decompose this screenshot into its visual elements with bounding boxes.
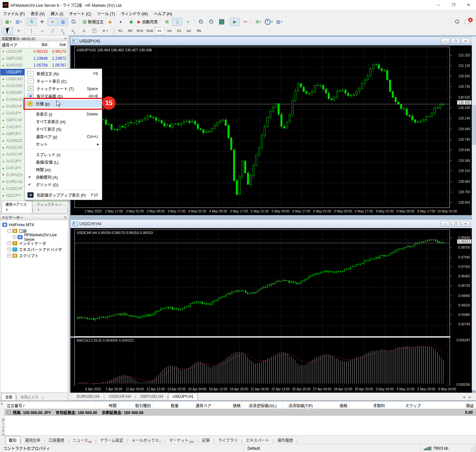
menu-挿[interactable]: 挿入 (I): [48, 10, 66, 17]
terminal-tab-3[interactable]: ニュース99: [69, 436, 95, 444]
terminal-column-3[interactable]: 数量: [153, 402, 181, 409]
menu-ヘ[interactable]: ヘルプ (H): [151, 10, 175, 17]
zoom-in-button[interactable]: +: [196, 18, 206, 26]
zoom-out-button[interactable]: −: [206, 18, 216, 26]
cursor-button[interactable]: [3, 27, 13, 35]
chart-shift-button[interactable]: ↦: [240, 18, 250, 26]
symbol-row-eurusd[interactable]: ▲EURUSD1.057541.05767: [0, 62, 68, 69]
statusbar-profile[interactable]: Default: [244, 444, 420, 452]
terminal-tab-0[interactable]: 取引: [5, 436, 20, 444]
terminal-tab-9[interactable]: エキスパート: [242, 436, 273, 444]
tile-windows-button[interactable]: [217, 18, 227, 26]
timeframe-m30[interactable]: M30: [145, 27, 154, 35]
time-axis[interactable]: 6 Apr 20227 Apr 20:0011 Apr 04:0012 Apr …: [71, 386, 472, 393]
menu-item-0[interactable]: +新規注文 (N)F9: [25, 70, 102, 77]
terminal-column-6[interactable]: 決済逆指値(S/L): [243, 402, 283, 409]
timeframe-h4[interactable]: H4: [165, 27, 174, 35]
crosshair-button[interactable]: ✛: [14, 27, 24, 35]
menu-item-1[interactable]: +チャート表示 (C): [25, 77, 102, 85]
shapes-button[interactable]: ✦▾: [100, 27, 110, 35]
terminal-close-icon[interactable]: ✕: [1, 402, 3, 405]
vertical-line-button[interactable]: │: [27, 27, 37, 35]
menu-ツ[interactable]: ツール (T): [94, 10, 118, 17]
expand-icon[interactable]: +: [8, 254, 11, 257]
market-watch-tab-1[interactable]: ティックチャート: [33, 201, 67, 213]
new-order-button[interactable]: ▤新規注文: [82, 18, 104, 26]
scroll-right-icon[interactable]: ►: [468, 396, 471, 399]
chart-close-button[interactable]: ✕: [461, 221, 470, 227]
indicators-button[interactable]: ⊞▾: [253, 18, 263, 26]
terminal-column-5[interactable]: 価格: [214, 402, 243, 409]
new-chart-button[interactable]: ▦▾: [3, 18, 13, 26]
menu-item-16[interactable]: ✔グリッド (G): [25, 181, 102, 188]
timeframe-m5[interactable]: M5: [126, 27, 135, 35]
terminal-tab-10[interactable]: 操作履歴: [274, 436, 297, 444]
terminal-column-1[interactable]: 時間: [96, 402, 119, 409]
chart-restore-button[interactable]: ❐: [451, 38, 460, 44]
workspace-vertical-scrollbar[interactable]: [472, 37, 476, 390]
expand-icon[interactable]: +: [8, 248, 11, 251]
terminal-tab-5[interactable]: メールボックス7: [128, 436, 165, 444]
minimize-button[interactable]: ─: [431, 0, 446, 10]
menu-ウ[interactable]: ウィンドウ (W): [118, 10, 151, 17]
autoscroll-button[interactable]: ▶: [230, 18, 240, 26]
label-button[interactable]: T: [89, 27, 99, 35]
menu-item-15[interactable]: ✔自動整列 (A): [25, 173, 102, 181]
chart-tab-usdchfh4[interactable]: USDCHF,H4: [104, 393, 135, 400]
terminal-toggle[interactable]: ▥: [58, 18, 68, 26]
chart-tab-usdjpyh1[interactable]: USDJPY,H1: [168, 393, 198, 400]
menu-item-6[interactable]: 非表示 (i)Delete: [25, 110, 102, 118]
menu-チ[interactable]: チャート (C): [66, 10, 94, 17]
macd-indicator-pane[interactable]: MACD(12,26,9) 0.004006 0.004222: [74, 338, 450, 387]
nav-item-0[interactable]: ▣HotForex MT4: [0, 222, 68, 228]
text-button[interactable]: A: [79, 27, 89, 35]
menu-item-18[interactable]: ▥気配値ポップアップ表示 (P)F10: [25, 191, 102, 199]
market-watch-close-icon[interactable]: ✕: [64, 37, 67, 40]
navigator-tab-1[interactable]: お気に入り: [17, 393, 42, 400]
terminal-tab-1[interactable]: 運用比率: [21, 436, 44, 444]
terminal-column-8[interactable]: 価格: [319, 402, 350, 409]
chart-restore-button[interactable]: ❐: [451, 221, 460, 227]
signals-button[interactable]: ◉: [126, 18, 136, 26]
menu-フ[interactable]: ファイル (F): [0, 10, 28, 17]
chart-minimize-button[interactable]: ─: [441, 221, 450, 227]
chart-window-titlebar[interactable]: USDCHF,H4 ─ ❐ ✕: [71, 220, 472, 228]
periods-button[interactable]: ▾: [264, 18, 274, 26]
templates-button[interactable]: ▧▾: [274, 18, 284, 26]
terminal-column-0[interactable]: 注文番号 /: [5, 402, 96, 409]
terminal-column-11[interactable]: 損益: [423, 402, 476, 409]
nav-item-5[interactable]: +≣スクリプト: [0, 253, 68, 259]
chart-tab-gbpusdh4[interactable]: GBPUSD,H4: [136, 393, 167, 400]
symbol-row-gbpusd[interactable]: ▲GBPUSD1.236481.23672: [0, 55, 68, 62]
metaeditor-button[interactable]: ◆: [105, 18, 115, 26]
maximize-button[interactable]: ❐: [446, 0, 461, 10]
market-watch-toggle[interactable]: ⇅: [27, 18, 37, 26]
column-header-2[interactable]: Ask: [49, 41, 68, 48]
chart-window-usdjpy[interactable]: USDJPY,H1 ─ ❐ ✕ USDJPY,H1 130.454 130.46…: [70, 37, 472, 215]
terminal-column-10[interactable]: スワップ: [387, 402, 423, 409]
timeframe-mn[interactable]: MN: [194, 27, 203, 35]
terminal-tab-8[interactable]: ライブラリ: [214, 436, 241, 444]
menu-item-12[interactable]: スプレッド (r): [25, 151, 102, 158]
navigator-close-icon[interactable]: ✕: [64, 216, 67, 219]
column-header-1[interactable]: Bid: [30, 41, 49, 48]
timeframe-h1[interactable]: H1: [155, 27, 164, 35]
menu-item-13[interactable]: 高値/安値 (L): [25, 158, 102, 166]
notifications-button[interactable]: 1: [463, 18, 472, 26]
collapse-icon[interactable]: -: [8, 229, 11, 233]
menu-item-9[interactable]: 通貨ペア (y)Ctrl+U: [25, 133, 102, 140]
candlestick-button[interactable]: ▯: [172, 18, 182, 26]
menu-item-7[interactable]: すべて非表示 (H): [25, 118, 102, 125]
community-button[interactable]: ●: [116, 18, 125, 26]
price-axis[interactable]: 0.994400.987000.979400.972000.964600.957…: [451, 228, 472, 386]
close-button[interactable]: ✕: [461, 0, 476, 10]
horizontal-line-button[interactable]: ─: [37, 27, 47, 35]
terminal-tab-6[interactable]: マーケット159: [166, 436, 198, 444]
timeframe-m1[interactable]: M1: [116, 27, 125, 35]
market-watch-tab-0[interactable]: 通貨ペアリスト: [2, 201, 32, 213]
terminal-tab-7[interactable]: 記事: [198, 436, 214, 444]
price-axis[interactable]: 131.325131.130130.930130.735130.535130.3…: [451, 45, 472, 208]
channel-button[interactable]: ⫽E: [58, 27, 68, 35]
data-window-button[interactable]: ✚: [37, 18, 47, 26]
candlestick-chart[interactable]: USDCHF,H4 0.99159 0.99170 0.99153 0.9915…: [74, 229, 450, 336]
